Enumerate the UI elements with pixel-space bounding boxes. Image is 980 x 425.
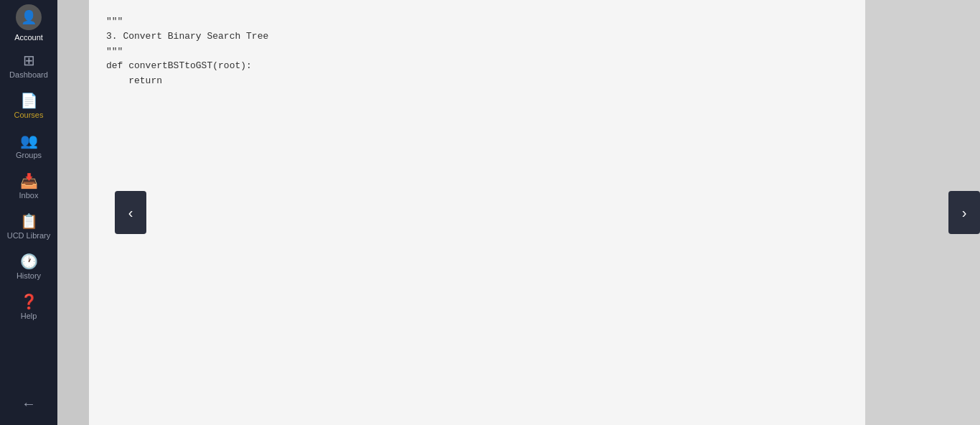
sidebar-item-account-label: Account <box>14 33 43 42</box>
collapse-icon: ← <box>22 396 36 412</box>
sidebar-item-account[interactable]: 👤 Account <box>0 0 57 46</box>
sidebar-item-help[interactable]: ❓ Help <box>0 287 57 327</box>
avatar: 👤 <box>16 4 42 30</box>
sidebar: 👤 Account ⊞ Dashboard 📄 Courses 👥 Groups… <box>0 0 57 425</box>
sidebar-item-groups-label: Groups <box>16 151 42 159</box>
sidebar-item-ucd-library-label: UCD Library <box>7 231 51 240</box>
main-area: ‹ """ 3. Convert Binary Search Tree """ … <box>57 0 980 425</box>
dashboard-icon: ⊞ <box>23 53 35 67</box>
help-icon: ❓ <box>20 294 38 309</box>
sidebar-item-inbox-label: Inbox <box>19 191 39 200</box>
sidebar-item-inbox[interactable]: 📥 Inbox <box>0 167 57 207</box>
sidebar-item-courses[interactable]: 📄 Courses <box>0 86 57 126</box>
nav-prev-button[interactable]: ‹ <box>115 191 146 234</box>
sidebar-item-dashboard[interactable]: ⊞ Dashboard <box>0 46 57 86</box>
ucd-library-icon: 📋 <box>20 214 38 228</box>
sidebar-item-ucd-library[interactable]: 📋 UCD Library <box>0 207 57 247</box>
nav-next-icon: › <box>962 205 967 221</box>
sidebar-item-dashboard-label: Dashboard <box>9 70 48 79</box>
sidebar-item-help-label: Help <box>21 312 37 320</box>
code-panel: """ 3. Convert Binary Search Tree """ de… <box>89 0 865 425</box>
sidebar-item-courses-label: Courses <box>14 111 44 119</box>
code-content[interactable]: """ 3. Convert Binary Search Tree """ de… <box>89 0 865 103</box>
sidebar-item-history-label: History <box>17 271 41 280</box>
nav-next-button[interactable]: › <box>948 191 980 234</box>
sidebar-item-groups[interactable]: 👥 Groups <box>0 126 57 167</box>
sidebar-collapse-button[interactable]: ← <box>0 390 57 418</box>
inbox-icon: 📥 <box>20 174 38 188</box>
groups-icon: 👥 <box>20 134 38 148</box>
courses-icon: 📄 <box>20 93 38 108</box>
history-icon: 🕐 <box>20 254 38 268</box>
nav-prev-icon: ‹ <box>128 205 133 221</box>
sidebar-item-history[interactable]: 🕐 History <box>0 247 57 287</box>
